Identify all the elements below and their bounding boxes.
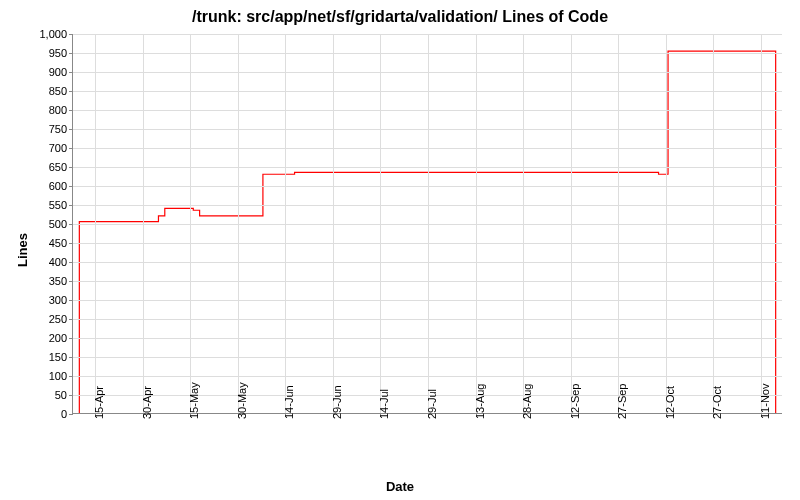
x-tick-label: 11-Nov [759,384,771,419]
plot-area: 0501001502002503003504004505005506006507… [72,34,782,414]
y-axis-label: Lines [15,233,30,267]
y-tick-label: 550 [49,199,73,211]
x-tick-label: 29-Jul [426,389,438,419]
grid-line-v [571,34,572,413]
grid-line-v [95,34,96,413]
x-tick-label: 12-Oct [664,386,676,419]
x-tick-label: 27-Oct [711,386,723,419]
y-tick-label: 900 [49,66,73,78]
y-tick-label: 750 [49,123,73,135]
grid-line-v [380,34,381,413]
x-tick-label: 15-May [188,382,200,419]
x-tick-label: 30-May [236,382,248,419]
grid-line-v [143,34,144,413]
grid-line-v [761,34,762,413]
x-tick-label: 28-Aug [521,384,533,419]
y-tick-label: 350 [49,275,73,287]
grid-line-v [428,34,429,413]
y-tick-label: 50 [55,389,73,401]
y-tick-label: 0 [61,408,73,420]
y-tick-label: 100 [49,370,73,382]
grid-line-v [618,34,619,413]
grid-line-v [238,34,239,413]
grid-line-v [333,34,334,413]
grid-line-v [190,34,191,413]
grid-line-v [285,34,286,413]
y-tick-label: 950 [49,47,73,59]
y-tick-label: 1,000 [39,28,73,40]
y-tick-label: 250 [49,313,73,325]
y-tick-label: 800 [49,104,73,116]
y-tick-label: 700 [49,142,73,154]
chart-title: /trunk: src/app/net/sf/gridarta/validati… [0,8,800,26]
y-tick-label: 500 [49,218,73,230]
x-tick-label: 15-Apr [93,386,105,419]
y-tick-label: 150 [49,351,73,363]
y-tick-label: 200 [49,332,73,344]
x-tick-label: 14-Jun [283,385,295,419]
x-tick-label: 27-Sep [616,384,628,419]
y-tick-label: 400 [49,256,73,268]
chart-container: /trunk: src/app/net/sf/gridarta/validati… [0,0,800,500]
y-tick-label: 600 [49,180,73,192]
grid-line-v [476,34,477,413]
x-tick-label: 14-Jul [378,389,390,419]
y-tick-label: 850 [49,85,73,97]
grid-line-v [523,34,524,413]
x-tick-label: 30-Apr [141,386,153,419]
x-tick-label: 29-Jun [331,385,343,419]
grid-line-v [666,34,667,413]
x-tick-label: 12-Sep [569,384,581,419]
y-tick-label: 650 [49,161,73,173]
x-axis-label: Date [0,479,800,494]
grid-line-v [713,34,714,413]
x-tick-label: 13-Aug [474,384,486,419]
y-tick-label: 450 [49,237,73,249]
y-tick-label: 300 [49,294,73,306]
